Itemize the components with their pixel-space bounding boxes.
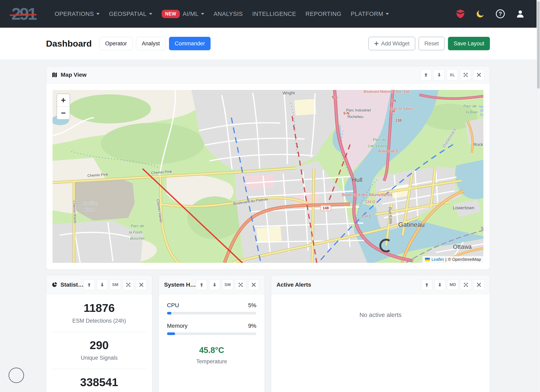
metric-value: 9% bbox=[248, 323, 256, 329]
expand-icon[interactable] bbox=[123, 279, 134, 290]
floating-circle-button[interactable] bbox=[9, 368, 24, 383]
close-icon[interactable] bbox=[473, 279, 485, 290]
metric-name: CPU bbox=[167, 302, 179, 309]
map-label: Klock bbox=[84, 207, 94, 212]
brand-logo-text: 291 bbox=[11, 4, 36, 23]
move-down-button[interactable] bbox=[434, 279, 445, 290]
expand-icon[interactable] bbox=[460, 69, 471, 81]
nav-item-label: PLATFORM bbox=[351, 10, 383, 17]
navbar-right: ? bbox=[455, 8, 526, 19]
page-title: Dashboard bbox=[46, 39, 92, 49]
stat-value: 338541 bbox=[52, 376, 146, 388]
active-alerts-widget: Active Alerts MD bbox=[271, 275, 490, 392]
active-alerts-widget-title: Active Alerts bbox=[276, 282, 311, 288]
role-button-commander[interactable]: Commander bbox=[169, 37, 211, 50]
zoom-in-button[interactable]: + bbox=[57, 94, 70, 107]
nav-item-label: INTELLIGENCE bbox=[252, 10, 296, 17]
move-up-button[interactable] bbox=[196, 279, 207, 290]
pie-chart-icon bbox=[51, 282, 57, 288]
map-label: Parc de bbox=[131, 224, 144, 228]
role-button-operator[interactable]: Operator bbox=[100, 37, 133, 50]
move-down-button[interactable] bbox=[434, 69, 445, 81]
page-scrollbar[interactable] bbox=[536, 0, 540, 392]
nav-item-platform[interactable]: PLATFORM bbox=[346, 10, 394, 17]
map-label: Carrière bbox=[83, 201, 97, 206]
main-content: Map View XL bbox=[0, 59, 540, 392]
chevron-down-icon bbox=[96, 13, 100, 15]
stat-label: ESM Detections (24h) bbox=[52, 318, 146, 324]
role-button-analyst[interactable]: Analyst bbox=[136, 37, 165, 50]
move-up-button[interactable] bbox=[421, 279, 432, 290]
memory-progress-bar bbox=[167, 332, 256, 335]
map-widget-body: Boulevard Maloney / Rte. 148 Wright 139 … bbox=[46, 83, 490, 269]
shield-icon[interactable] bbox=[455, 8, 466, 19]
move-up-button[interactable] bbox=[420, 69, 431, 81]
leaflet-map[interactable]: Boulevard Maloney / Rte. 148 Wright 139 … bbox=[53, 90, 483, 263]
statistics-widget-header: Statist… SM bbox=[46, 275, 152, 294]
nav-item-geospatial[interactable]: GEOSPATIAL bbox=[104, 10, 157, 17]
navbar: 291 OPERATIONS GEOSPATIAL NEW AI/ML ANAL… bbox=[0, 0, 540, 28]
map-label: Boulevard Maloney / Rte. 148 bbox=[364, 90, 409, 94]
size-label-button[interactable]: XL bbox=[447, 69, 458, 81]
temperature-block: 45.8°C Temperature bbox=[167, 346, 256, 365]
system-health-widget-title: System H… bbox=[164, 282, 196, 288]
statistics-widget-controls: SM bbox=[84, 279, 147, 290]
ukraine-flag-icon bbox=[425, 258, 430, 261]
map-label: Ottawa bbox=[453, 243, 472, 250]
map-label: Autoroute 5 bbox=[378, 149, 398, 153]
system-health-widget-body: CPU 5% Memory 9% bbox=[159, 294, 265, 365]
close-icon[interactable] bbox=[136, 279, 147, 290]
move-down-button[interactable] bbox=[97, 279, 108, 290]
save-layout-button[interactable]: Save Layout bbox=[448, 37, 490, 50]
nav-item-operations[interactable]: OPERATIONS bbox=[50, 10, 104, 17]
zoom-out-button[interactable]: − bbox=[57, 107, 70, 119]
help-icon[interactable]: ? bbox=[495, 8, 506, 19]
statistics-widget: Statist… SM bbox=[46, 275, 152, 392]
map-label: Lac-Leamy bbox=[368, 144, 387, 148]
size-label-button[interactable]: SM bbox=[110, 279, 121, 290]
nav-item-aiml[interactable]: NEW AI/ML bbox=[157, 10, 209, 18]
brand-logo[interactable]: 291 bbox=[11, 5, 36, 22]
expand-icon[interactable] bbox=[235, 279, 246, 290]
metric-name: Memory bbox=[167, 323, 188, 329]
leaflet-link[interactable]: Leaflet bbox=[431, 257, 444, 262]
expand-icon[interactable] bbox=[460, 279, 471, 290]
nav-item-analysis[interactable]: ANALYSIS bbox=[209, 10, 248, 17]
map-label: Rue St. Louis bbox=[390, 106, 413, 111]
map-widget-title-text: Map View bbox=[61, 72, 86, 78]
nav-item-reporting[interactable]: REPORTING bbox=[301, 10, 346, 17]
reset-button[interactable]: Reset bbox=[419, 37, 445, 50]
nav-item-label: GEOSPATIAL bbox=[109, 10, 146, 17]
map-attribution: Leaflet | © OpenStreetMap bbox=[423, 256, 483, 263]
add-widget-button[interactable]: + Add Widget bbox=[369, 37, 415, 50]
dashboard-header: Dashboard Operator Analyst Commander + A… bbox=[0, 28, 540, 59]
stat-value: 11876 bbox=[52, 302, 146, 314]
move-down-button[interactable] bbox=[209, 279, 220, 290]
close-icon[interactable] bbox=[248, 279, 259, 290]
map-label: Gatineau bbox=[398, 221, 425, 228]
system-health-widget-title-text: System H… bbox=[164, 282, 196, 288]
map-widget-header: Map View XL bbox=[46, 66, 490, 83]
nav-item-label: OPERATIONS bbox=[55, 10, 94, 17]
size-label-button[interactable]: MD bbox=[447, 279, 458, 290]
nav-item-intelligence[interactable]: INTELLIGENCE bbox=[248, 10, 301, 17]
size-label-button[interactable]: SM bbox=[222, 279, 233, 290]
system-health-widget: System H… SM bbox=[159, 275, 265, 392]
chevron-down-icon bbox=[201, 13, 204, 15]
map-label: Rock bbox=[473, 142, 483, 147]
layout-actions: + Add Widget Reset Save Layout bbox=[369, 37, 490, 50]
move-up-button[interactable] bbox=[84, 279, 95, 290]
divider bbox=[52, 332, 146, 332]
user-icon[interactable] bbox=[515, 8, 526, 19]
map-icon bbox=[51, 72, 58, 78]
map-label: Ott bbox=[480, 109, 483, 113]
scrollbar-thumb[interactable] bbox=[537, 1, 540, 89]
close-icon[interactable] bbox=[473, 69, 485, 81]
map-widget-controls: XL bbox=[420, 69, 485, 81]
map-zoom-control: + − bbox=[57, 93, 70, 120]
map-label: Lowertown bbox=[453, 205, 474, 211]
theme-moon-icon[interactable] bbox=[475, 8, 486, 19]
map-label: la Baie bbox=[466, 110, 478, 114]
map-widget-title: Map View bbox=[51, 72, 86, 78]
active-alerts-widget-header: Active Alerts MD bbox=[271, 275, 490, 294]
